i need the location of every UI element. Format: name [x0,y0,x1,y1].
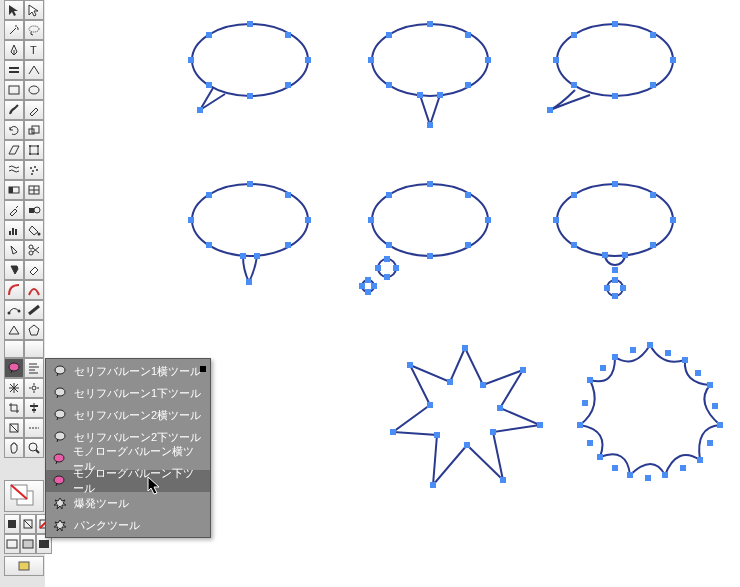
svg-rect-101 [587,377,593,383]
svg-rect-25 [612,93,618,99]
svg-marker-77 [393,348,540,485]
tool-mesh[interactable] [24,180,44,200]
tool-dashline[interactable] [24,418,44,438]
flyout-item-1[interactable]: セリフバルーン1下ツール [46,382,210,404]
tool-free-transform[interactable] [24,140,44,160]
screen-full-menu[interactable] [20,534,36,554]
tool-align[interactable] [24,398,44,418]
tool-triangle[interactable] [4,320,24,340]
svg-rect-41 [246,279,252,285]
svg-rect-29 [650,82,656,88]
svg-rect-104 [695,370,701,376]
svg-rect-97 [662,472,668,478]
tool-hand[interactable] [4,438,24,458]
color-mode-solid[interactable] [4,514,20,534]
tool-bucket[interactable] [24,220,44,240]
tool-slice[interactable] [4,240,24,260]
svg-point-122 [8,312,11,315]
tool-appbutton[interactable] [4,556,44,576]
svg-rect-55 [375,265,381,271]
svg-rect-56 [393,265,399,271]
tool-arc[interactable] [4,280,24,300]
tool-blend[interactable] [24,200,44,220]
svg-point-136 [29,145,31,147]
tool-transform2[interactable] [4,418,24,438]
balloon-serif2-down[interactable] [175,170,325,300]
svg-rect-1 [188,57,194,63]
svg-rect-6 [285,32,291,38]
flyout-item-label: セリフバルーン1下ツール [74,386,201,401]
svg-rect-89 [427,402,433,408]
tool-arc2[interactable] [24,280,44,300]
svg-rect-51 [386,242,392,248]
tool-scissors[interactable] [24,240,44,260]
flyout-item-6[interactable]: 爆発ツール [46,492,210,514]
svg-rect-81 [497,405,503,411]
tool-eraser[interactable] [24,260,44,280]
tool-sprayer[interactable] [24,160,44,180]
svg-rect-178 [39,540,49,548]
tool-direct-select[interactable] [24,0,44,20]
tool-circle-rays[interactable] [24,378,44,398]
tool-zoom[interactable] [24,438,44,458]
tool-type[interactable]: T [24,40,44,60]
balloon-serif2-side[interactable] [535,10,695,130]
tool-group3b[interactable] [24,60,44,80]
balloon-monologue-side[interactable] [335,170,505,310]
svg-point-138 [29,153,31,155]
svg-rect-103 [665,350,671,356]
svg-rect-80 [520,367,526,373]
svg-point-184 [54,454,64,462]
svg-rect-148 [29,208,34,213]
balloon-serif1-side[interactable] [175,10,325,130]
tool-lasso[interactable] [24,20,44,40]
tool-rotate[interactable] [4,120,24,140]
balloon-serif1-down[interactable] [355,10,505,140]
svg-rect-172 [8,520,16,528]
tool-grid[interactable] [4,160,24,180]
svg-rect-4 [247,93,253,99]
svg-point-144 [31,173,33,175]
flyout-item-7[interactable]: パンクツール [46,514,210,536]
balloon-punk[interactable] [555,325,740,500]
svg-rect-72 [612,267,618,273]
tool-brush[interactable] [4,100,24,120]
tool-group3a[interactable] [4,60,24,80]
tool-shear[interactable] [4,140,24,160]
svg-rect-94 [707,382,713,388]
tool-pen[interactable] [4,40,24,60]
tool-sunburst[interactable] [4,378,24,398]
svg-rect-120 [12,228,14,235]
tool-wand[interactable] [4,20,24,40]
balloon-icon [52,473,67,489]
tool-balloon[interactable] [4,358,24,378]
tool-crop[interactable] [4,398,24,418]
flyout-item-5[interactable]: モノローグバルーン下ツール [46,470,210,492]
tool-scale[interactable] [24,120,44,140]
tool-curve2[interactable] [4,300,24,320]
tool-line-thick[interactable] [24,300,44,320]
tool-star[interactable] [4,260,24,280]
svg-point-180 [55,366,65,374]
tool-graph[interactable] [4,220,24,240]
balloon-explosion[interactable] [375,330,555,500]
flyout-item-0[interactable]: セリフバルーン1横ツール [46,360,210,382]
tool-gradient[interactable] [4,180,24,200]
flyout-item-2[interactable]: セリフバルーン2横ツール [46,404,210,426]
balloon-monologue-down[interactable] [535,170,695,320]
tool-selection[interactable] [4,0,24,20]
svg-rect-69 [650,242,656,248]
tool-divider2 [24,340,44,358]
svg-rect-75 [604,285,610,291]
tool-pencil[interactable] [24,100,44,120]
tool-rect[interactable] [4,80,24,100]
screen-normal[interactable] [4,534,20,554]
color-swatch[interactable] [4,480,44,512]
balloon-icon [52,363,68,379]
tool-ellipse[interactable] [24,80,44,100]
tool-polygon[interactable] [24,320,44,340]
tool-speedlines[interactable] [24,358,44,378]
svg-rect-90 [407,362,413,368]
color-mode-gradient[interactable] [20,514,36,534]
tool-eyedrop[interactable] [4,200,24,220]
